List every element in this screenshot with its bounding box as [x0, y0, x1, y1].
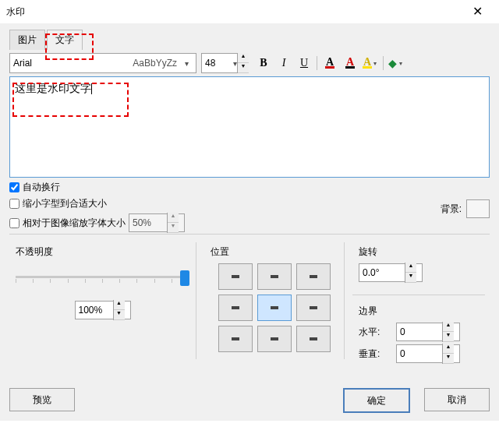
shrinkfit-checkbox[interactable] [9, 199, 19, 209]
italic-button[interactable]: I [276, 55, 292, 71]
spin-buttons[interactable]: ▲▼ [442, 322, 454, 342]
bounds-group: 边界 水平: ▲▼ 垂直: ▲▼ [352, 302, 485, 372]
divider [352, 295, 485, 295]
ok-button[interactable]: 确定 [343, 388, 410, 413]
tab-image[interactable]: 图片 [9, 30, 45, 50]
opacity-label: 不透明度 [16, 245, 189, 259]
separator [317, 56, 317, 70]
background-color-swatch[interactable] [466, 199, 490, 218]
font-size-input[interactable] [202, 58, 233, 69]
font-name: Arial [13, 58, 32, 69]
background-label: 背景: [441, 203, 462, 216]
opacity-group: 不透明度 ▲▼ [9, 242, 196, 359]
slider-thumb[interactable] [180, 270, 189, 286]
rotation-label: 旋转 [359, 245, 479, 259]
spin-buttons[interactable]: ▲▼ [113, 300, 125, 320]
rotation-group: 旋转 ▲▼ [352, 242, 485, 288]
pos-bc[interactable] [257, 326, 292, 352]
bold-button[interactable]: B [256, 55, 271, 71]
close-icon[interactable]: ✕ [462, 0, 493, 23]
opacity-value-combo[interactable]: ▲▼ [75, 301, 131, 319]
spin-buttons[interactable]: ▲▼ [442, 344, 454, 364]
scalefont-checkbox[interactable] [9, 218, 19, 228]
font-color-black-button[interactable]: A [342, 55, 358, 71]
autowrap-checkbox[interactable] [9, 182, 19, 192]
spin-buttons[interactable]: ▲▼ [405, 263, 416, 283]
preview-button[interactable]: 预览 [9, 388, 75, 411]
separator [383, 56, 384, 70]
bounds-horiz-label: 水平: [359, 326, 390, 339]
pos-bl[interactable] [218, 326, 253, 352]
pos-mc[interactable] [257, 295, 292, 321]
underline-button[interactable]: U [296, 55, 312, 71]
scalefont-percent-combo: ▲▼ [129, 213, 185, 232]
font-color-red-button[interactable]: A [322, 55, 338, 71]
highlight-color-button[interactable]: A▾ [363, 55, 378, 71]
chevron-down-icon: ▾ [180, 59, 193, 68]
font-size-combo[interactable]: ▾ ▲▼ [201, 53, 246, 73]
position-label: 位置 [211, 245, 338, 259]
pos-tr[interactable] [296, 263, 331, 290]
rotation-input[interactable] [359, 267, 405, 278]
watermark-text-value: 这里是水印文字 [15, 82, 91, 94]
pos-mr[interactable] [296, 295, 331, 321]
bounds-label: 边界 [359, 305, 479, 318]
divider [9, 234, 490, 235]
pos-ml[interactable] [218, 295, 253, 321]
shrinkfit-label: 缩小字型到合适大小 [23, 197, 107, 210]
position-grid [211, 263, 338, 352]
pos-br[interactable] [296, 326, 331, 352]
bounds-vert-input[interactable] [397, 348, 442, 359]
scalefont-percent-input [129, 217, 167, 228]
scalefont-label: 相对于图像缩放字体大小 [23, 217, 126, 230]
bounds-vert-combo[interactable]: ▲▼ [396, 344, 460, 363]
font-sample: AaBbYyZz [133, 58, 177, 69]
bounds-vert-label: 垂直: [359, 347, 390, 361]
opacity-value-input[interactable] [76, 305, 113, 316]
pos-tl[interactable] [218, 263, 253, 290]
spin-buttons[interactable]: ▲▼ [237, 53, 249, 73]
spin-buttons: ▲▼ [167, 213, 179, 233]
position-group: 位置 [204, 242, 345, 359]
bounds-horiz-input[interactable] [397, 326, 442, 337]
watermark-text-input[interactable]: 这里是水印文字 [9, 76, 490, 178]
font-family-combo[interactable]: Arial AaBbYyZz ▾ [9, 53, 196, 73]
fill-color-button[interactable]: ◆▾ [388, 55, 404, 71]
text-cursor [91, 83, 92, 94]
bounds-horiz-combo[interactable]: ▲▼ [396, 323, 460, 341]
dialog-title: 水印 [6, 0, 25, 23]
opacity-slider[interactable] [16, 268, 189, 287]
autowrap-label: 自动换行 [23, 181, 60, 194]
rotation-input-combo[interactable]: ▲▼ [359, 263, 423, 282]
cancel-button[interactable]: 取消 [424, 388, 490, 411]
pos-tc[interactable] [257, 263, 292, 290]
tab-text[interactable]: 文字 [47, 30, 83, 50]
